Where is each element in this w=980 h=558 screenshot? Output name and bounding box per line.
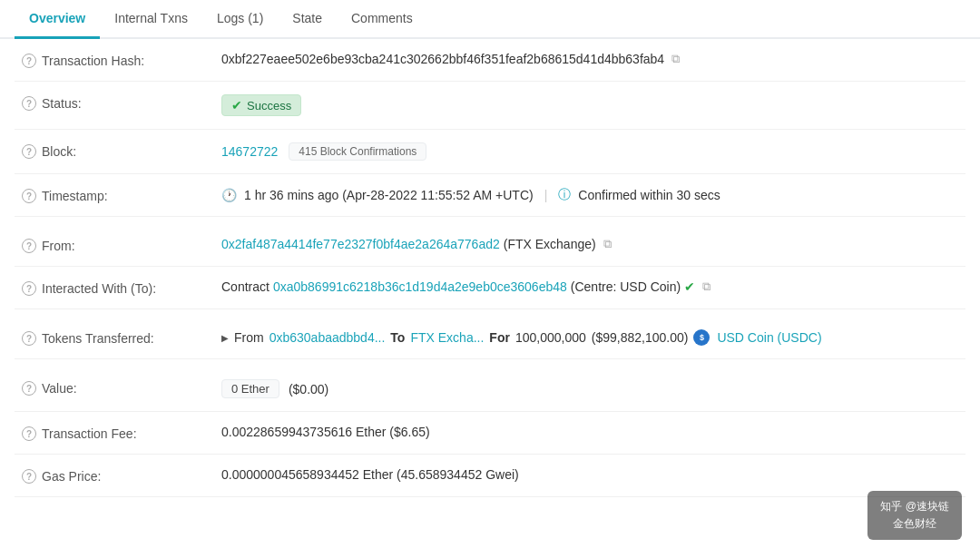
- check-icon: ✔: [231, 98, 242, 113]
- status-label: ? Status:: [22, 94, 221, 111]
- gas-price-text: 0.000000045658934452 Ether (45.658934452…: [221, 467, 519, 482]
- copy-from-icon[interactable]: ⧉: [603, 237, 612, 251]
- gas-price-value: 0.000000045658934452 Ether (45.658934452…: [221, 467, 958, 482]
- tab-internal-txns[interactable]: Internal Txns: [100, 0, 202, 39]
- from-label: ? From:: [22, 237, 221, 253]
- spacer-3: [15, 359, 965, 367]
- contract-name: (Centre: USD Coin): [571, 279, 681, 294]
- spacer-1: [15, 217, 965, 224]
- info-icon: ⓘ: [558, 187, 571, 203]
- block-value: 14672722 415 Block Confirmations: [221, 142, 958, 161]
- tokens-detail: ▶ From 0xb630abaadbbd4... To FTX Excha..…: [221, 329, 822, 346]
- tx-fee-row: ? Transaction Fee: 0.00228659943735616 E…: [15, 412, 965, 455]
- from-name: (FTX Exchange): [504, 237, 596, 251]
- transaction-hash-row: ? Transaction Hash: 0xbf227eaee502e6be93…: [15, 39, 965, 82]
- token-to-address[interactable]: FTX Excha...: [410, 330, 484, 345]
- tokens-label: ? Tokens Transferred:: [22, 329, 221, 346]
- block-number-link[interactable]: 14672722: [221, 144, 278, 159]
- label-text: Transaction Fee:: [42, 426, 137, 441]
- value-content: 0 Ether ($0.00): [221, 379, 958, 398]
- separator: |: [544, 188, 548, 202]
- block-confirmations: 415 Block Confirmations: [289, 142, 426, 161]
- tokens-transferred-row: ? Tokens Transferred: ▶ From 0xb630abaad…: [15, 317, 965, 359]
- tabs-bar: Overview Internal Txns Logs (1) State Co…: [0, 0, 980, 39]
- status-value: ✔ Success: [221, 94, 958, 116]
- copy-tx-hash-icon[interactable]: ⧉: [671, 52, 680, 66]
- transaction-hash-value: 0xbf227eaee502e6be93cba241c302662bbf46f3…: [221, 52, 958, 66]
- block-label: ? Block:: [22, 142, 221, 159]
- confirmed-text: Confirmed within 30 secs: [578, 188, 720, 202]
- token-from-address[interactable]: 0xb630abaadbbd4...: [270, 330, 386, 345]
- tx-fee-text: 0.00228659943735616 Ether ($6.65): [221, 425, 430, 439]
- label-text: Status:: [42, 96, 82, 111]
- value-row: ? Value: 0 Ether ($0.00): [15, 367, 965, 412]
- from-value: 0x2faf487a4414fe77e2327f0bf4ae2a264a776a…: [221, 237, 958, 251]
- token-name-link[interactable]: USD Coin (USDC): [717, 330, 821, 345]
- from-address-link[interactable]: 0x2faf487a4414fe77e2327f0bf4ae2a264a776a…: [221, 237, 500, 251]
- timestamp-label: ? Timestamp:: [22, 187, 221, 203]
- tab-logs[interactable]: Logs (1): [202, 0, 278, 39]
- token-usd: ($99,882,100.00): [592, 330, 689, 345]
- watermark: 知乎 @速块链 金色财经: [867, 491, 962, 497]
- verified-icon: ✔: [684, 279, 695, 294]
- value-ether-box: 0 Ether: [221, 379, 279, 398]
- label-text: From:: [42, 239, 75, 253]
- help-icon-from[interactable]: ?: [22, 239, 36, 253]
- timestamp-row: ? Timestamp: 🕐 1 hr 36 mins ago (Apr-28-…: [15, 174, 965, 217]
- label-text: Interacted With (To):: [42, 281, 156, 296]
- help-icon-tx-hash[interactable]: ?: [22, 54, 36, 68]
- tx-fee-label: ? Transaction Fee:: [22, 425, 221, 441]
- spacer-2: [15, 309, 965, 317]
- label-text: Transaction Hash:: [42, 54, 144, 68]
- interacted-value: Contract 0xa0b86991c6218b36c1d19d4a2e9eb…: [221, 279, 958, 294]
- label-text: Block:: [42, 144, 76, 159]
- interacted-label: ? Interacted With (To):: [22, 279, 221, 296]
- copy-contract-icon[interactable]: ⧉: [702, 279, 710, 294]
- status-row: ? Status: ✔ Success: [15, 82, 965, 130]
- help-icon-interacted[interactable]: ?: [22, 281, 36, 296]
- status-badge: ✔ Success: [221, 94, 301, 116]
- contract-prefix: Contract: [221, 279, 270, 294]
- value-label: ? Value:: [22, 379, 221, 396]
- timestamp-time: 1 hr 36 mins ago (Apr-28-2022 11:55:52 A…: [244, 188, 534, 202]
- token-amount: 100,000,000: [515, 330, 586, 345]
- to-label-text: To: [390, 330, 405, 345]
- tab-state[interactable]: State: [278, 0, 337, 39]
- help-icon-status[interactable]: ?: [22, 96, 36, 111]
- for-label-text: For: [489, 330, 510, 345]
- usdc-icon: $: [693, 329, 710, 346]
- clock-icon: 🕐: [221, 188, 237, 202]
- label-text: Timestamp:: [42, 189, 108, 203]
- label-text: Gas Price:: [42, 469, 101, 484]
- help-icon-timestamp[interactable]: ?: [22, 189, 36, 203]
- help-icon-tokens[interactable]: ?: [22, 331, 36, 346]
- label-text: Tokens Transferred:: [42, 331, 154, 346]
- help-icon-block[interactable]: ?: [22, 144, 36, 159]
- tab-comments[interactable]: Comments: [337, 0, 427, 39]
- from-label-text: From: [234, 330, 264, 345]
- from-row: ? From: 0x2faf487a4414fe77e2327f0bf4ae2a…: [15, 224, 965, 267]
- gas-price-row: ? Gas Price: 0.000000045658934452 Ether …: [15, 455, 965, 497]
- timestamp-value: 🕐 1 hr 36 mins ago (Apr-28-2022 11:55:52…: [221, 187, 958, 203]
- tab-overview[interactable]: Overview: [15, 0, 100, 39]
- tx-fee-value: 0.00228659943735616 Ether ($6.65): [221, 425, 958, 439]
- contract-address-link[interactable]: 0xa0b86991c6218b36c1d19d4a2e9eb0ce3606eb…: [273, 279, 567, 294]
- tx-hash-text: 0xbf227eaee502e6be93cba241c302662bbf46f3…: [221, 52, 664, 66]
- overview-content: ? Transaction Hash: 0xbf227eaee502e6be93…: [0, 39, 980, 497]
- triangle-icon: ▶: [221, 333, 229, 343]
- block-row: ? Block: 14672722 415 Block Confirmation…: [15, 130, 965, 174]
- status-badge-text: Success: [247, 99, 291, 113]
- gas-price-label: ? Gas Price:: [22, 467, 221, 484]
- help-icon-value[interactable]: ?: [22, 381, 36, 396]
- transaction-hash-label: ? Transaction Hash:: [22, 52, 221, 68]
- tokens-value: ▶ From 0xb630abaadbbd4... To FTX Excha..…: [221, 329, 958, 346]
- help-icon-gas[interactable]: ?: [22, 469, 36, 484]
- value-usd: ($0.00): [289, 382, 328, 396]
- interacted-with-row: ? Interacted With (To): Contract 0xa0b86…: [15, 267, 965, 309]
- label-text: Value:: [42, 381, 77, 396]
- help-icon-tx-fee[interactable]: ?: [22, 426, 36, 441]
